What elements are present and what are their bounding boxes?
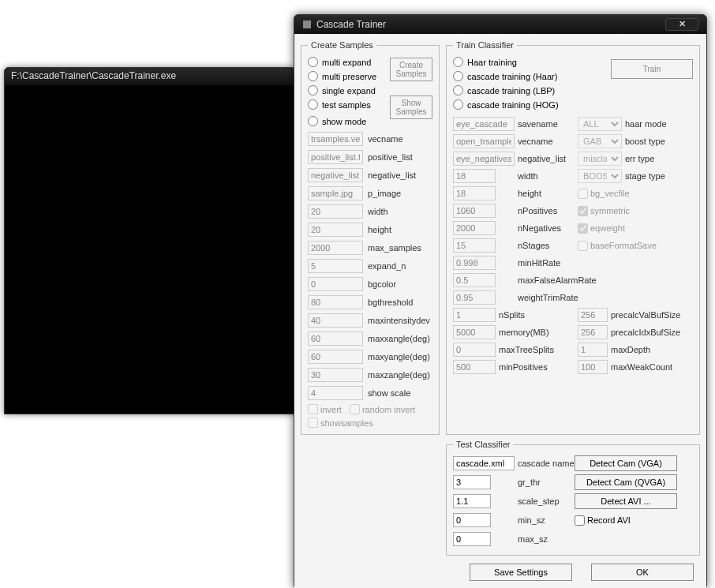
invert-checkbox[interactable] <box>308 404 318 414</box>
haar-mode-select[interactable]: ALL <box>578 117 622 131</box>
show-samples-button[interactable]: Show Samples <box>390 96 432 119</box>
detect-cam-vga-button[interactable]: Detect Cam (VGA) <box>575 455 677 471</box>
radio-label: Haar training <box>467 58 517 67</box>
radio-show-mode[interactable] <box>308 116 318 126</box>
maxtreesplits-input[interactable] <box>453 343 496 357</box>
expand-n-input[interactable] <box>308 259 363 273</box>
maxintensitydev-input[interactable] <box>308 313 363 328</box>
field-label: gr_thr <box>518 478 575 487</box>
maxdepth-input[interactable] <box>578 343 608 357</box>
field-label: height <box>518 189 578 198</box>
savename-input[interactable] <box>453 117 515 131</box>
maxyangle-input[interactable] <box>308 350 363 364</box>
field-label: negative_list <box>518 154 578 163</box>
console-title-bar[interactable]: F:\CascadeTrainer\CascadeTrainer.exe <box>5 68 295 85</box>
stage-type-select[interactable]: BOOST <box>578 169 622 183</box>
nnegatives-input[interactable] <box>453 221 496 235</box>
ok-button[interactable]: OK <box>591 564 694 581</box>
radio-haar-training[interactable] <box>453 57 463 67</box>
radio-cascade-lbp[interactable] <box>453 85 463 96</box>
field-label: nNegatives <box>518 223 578 233</box>
maxfalsealarmrate-input[interactable] <box>453 273 496 287</box>
field-label: negative_list <box>368 170 416 180</box>
radio-multi-preserve[interactable] <box>308 71 318 81</box>
close-button[interactable]: ✕ <box>665 18 698 31</box>
max-samples-input[interactable] <box>308 241 363 255</box>
detect-avi-button[interactable]: Detect AVI ... <box>575 493 677 509</box>
svg-rect-0 <box>303 21 311 28</box>
negative-list-input[interactable] <box>308 168 363 182</box>
field-label: vecname <box>518 137 578 146</box>
minhitrate-input[interactable] <box>453 256 496 270</box>
field-label: memory(MB) <box>499 328 578 337</box>
bg-vecfile-checkbox[interactable] <box>578 189 588 199</box>
record-avi-checkbox[interactable] <box>575 515 585 526</box>
min-sz-input[interactable] <box>453 513 491 527</box>
train-button[interactable]: Train <box>611 59 693 79</box>
tc-width-input[interactable] <box>453 169 496 183</box>
detect-cam-qvga-button[interactable]: Detect Cam (QVGA) <box>575 474 677 490</box>
check-label: eqweight <box>590 223 625 233</box>
create-samples-legend: Create Samples <box>308 40 376 50</box>
tc-height-input[interactable] <box>453 186 496 200</box>
radio-label: cascade training (HOG) <box>467 100 559 110</box>
test-classifier-legend: Test Classifier <box>453 440 513 449</box>
nsplits-input[interactable] <box>453 308 496 322</box>
positive-list-input[interactable] <box>308 150 363 164</box>
maxweakcount-input[interactable] <box>578 360 608 374</box>
maxzangle-input[interactable] <box>308 368 363 382</box>
precalcvalbufsize-input[interactable] <box>578 308 608 322</box>
show-scale-input[interactable] <box>308 386 363 400</box>
bgthreshold-input[interactable] <box>308 295 363 309</box>
gr-thr-input[interactable] <box>453 475 491 489</box>
button-label: Detect Cam (VGA) <box>590 459 662 468</box>
button-label: Detect AVI ... <box>601 496 650 506</box>
radio-multi-expand[interactable] <box>308 57 318 67</box>
field-label: p_image <box>368 189 401 198</box>
eqweight-checkbox[interactable] <box>578 223 588 234</box>
train-classifier-legend: Train Classifier <box>453 40 517 50</box>
field-label: width <box>368 207 388 216</box>
radio-cascade-haar[interactable] <box>453 71 463 81</box>
cascade-trainer-dialog: Cascade Trainer ✕ Create Samples multi e… <box>294 14 707 588</box>
baseformatsave-checkbox[interactable] <box>578 241 588 251</box>
max-sz-input[interactable] <box>453 532 491 546</box>
dialog-title: Cascade Trainer <box>316 19 386 30</box>
err-type-select[interactable]: misclass <box>578 152 622 166</box>
boost-type-select[interactable]: GAB <box>578 134 622 148</box>
symmetric-checkbox[interactable] <box>578 206 588 216</box>
bgcolor-input[interactable] <box>308 277 363 291</box>
radio-label: show mode <box>322 117 366 126</box>
tc-negative-list-input[interactable] <box>453 152 515 166</box>
save-settings-button[interactable]: Save Settings <box>470 564 572 581</box>
app-icon <box>302 20 312 29</box>
minpositives-input[interactable] <box>453 360 496 374</box>
tc-vecname-input[interactable] <box>453 134 515 148</box>
memory-input[interactable] <box>453 325 496 339</box>
create-samples-button[interactable]: Create Samples <box>390 58 432 81</box>
p-image-input[interactable] <box>308 186 363 200</box>
field-label: maxWeakCount <box>611 362 693 372</box>
cascade-name-input[interactable] <box>453 456 515 470</box>
check-label: invert <box>320 405 342 414</box>
field-label: err type <box>625 154 693 163</box>
weighttrimrate-input[interactable] <box>453 290 496 305</box>
showsamples-checkbox[interactable] <box>308 418 318 428</box>
random-invert-checkbox[interactable] <box>350 404 360 414</box>
precalcidxbufsize-input[interactable] <box>578 325 608 339</box>
maxxangle-input[interactable] <box>308 331 363 346</box>
radio-single-expand[interactable] <box>308 85 318 96</box>
vecname-input[interactable] <box>308 132 363 146</box>
width-input[interactable] <box>308 204 363 219</box>
field-label: maxxangle(deg) <box>368 334 430 343</box>
train-classifier-group: Train Classifier Haar training cascade t… <box>446 40 700 435</box>
dialog-body: Create Samples multi expand multi preser… <box>294 34 706 588</box>
nstages-input[interactable] <box>453 238 496 253</box>
field-label: vecname <box>368 134 403 144</box>
dialog-title-bar[interactable]: Cascade Trainer ✕ <box>294 15 706 34</box>
scale-step-input[interactable] <box>453 494 491 508</box>
height-input[interactable] <box>308 223 363 237</box>
radio-cascade-hog[interactable] <box>453 99 463 110</box>
radio-test-samples[interactable] <box>308 99 318 110</box>
npositives-input[interactable] <box>453 204 496 218</box>
